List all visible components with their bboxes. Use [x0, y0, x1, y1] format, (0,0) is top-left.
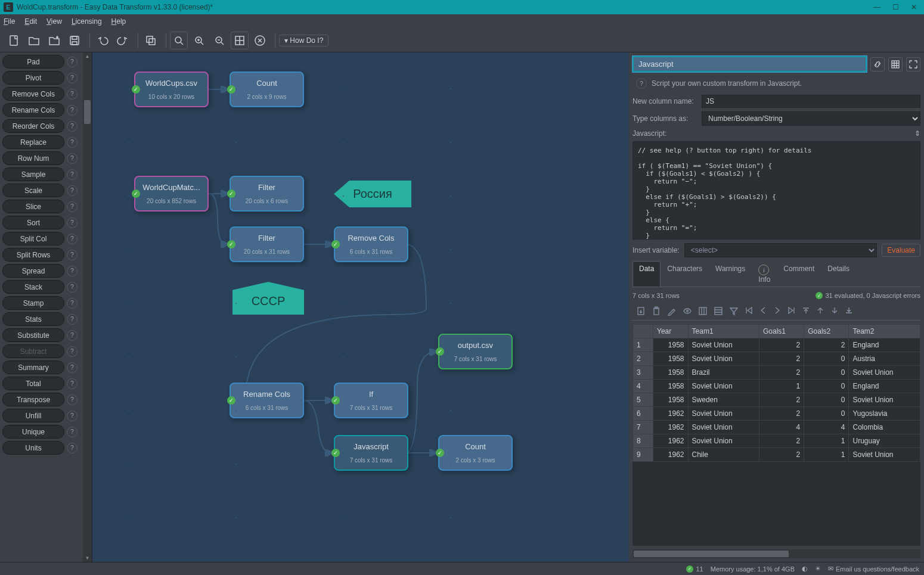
help-icon[interactable]: ?	[67, 378, 77, 389]
save-button[interactable]	[66, 32, 83, 49]
grid-button[interactable]	[231, 32, 249, 49]
zoom-in-button[interactable]	[190, 32, 208, 49]
help-icon[interactable]: ?	[67, 121, 77, 132]
table-row[interactable]: 31958Brazil20Soviet Union	[633, 366, 920, 380]
help-icon[interactable]: ?	[67, 234, 77, 244]
node-if[interactable]: ✓ If 7 cols x 31 rows	[334, 383, 408, 418]
table-row[interactable]: 11958Soviet Union22England	[633, 338, 920, 352]
transform-replace[interactable]: Replace	[2, 135, 64, 149]
transform-summary[interactable]: Summary	[2, 360, 64, 374]
node-matches[interactable]: ✓ WorldCupMatc... 20 cols x 852 rows	[134, 176, 209, 212]
transform-remove-cols[interactable]: Remove Cols	[2, 87, 64, 101]
transform-split-col[interactable]: Split Col	[2, 232, 64, 245]
transform-sample[interactable]: Sample	[2, 167, 64, 181]
help-icon[interactable]: ?	[67, 346, 77, 357]
help-icon[interactable]: ?	[67, 185, 77, 196]
transform-slice[interactable]: Slice	[2, 200, 64, 213]
transform-pad[interactable]: Pad	[2, 55, 64, 69]
resize-icon[interactable]: ⇕	[914, 129, 920, 138]
transform-stats[interactable]: Stats	[2, 312, 64, 326]
transform-pivot[interactable]: Pivot	[2, 71, 64, 85]
first-icon[interactable]	[745, 306, 753, 318]
help-icon[interactable]: ?	[67, 250, 77, 260]
note-russia[interactable]: Россия	[334, 181, 411, 207]
help-icon[interactable]: ?	[67, 153, 77, 164]
left-scrollbar[interactable]: ▲ ▼	[83, 52, 92, 562]
help-icon[interactable]: ?	[67, 105, 77, 116]
help-icon[interactable]: ?	[67, 298, 77, 309]
transform-reorder-cols[interactable]: Reorder Cols	[2, 119, 64, 133]
typecols-select[interactable]: Number/Boolean/String	[702, 111, 920, 126]
zoom-fit-button[interactable]	[170, 32, 188, 49]
help-icon[interactable]: ?	[67, 89, 77, 100]
theme-icon[interactable]: ◐	[802, 565, 808, 573]
tab-characters[interactable]: Characters	[661, 261, 709, 287]
node-count1[interactable]: ✓ Count 2 cols x 9 rows	[230, 72, 304, 107]
transform-stamp[interactable]: Stamp	[2, 296, 64, 310]
copy-button[interactable]	[142, 32, 160, 49]
transform-row-num[interactable]: Row Num	[2, 151, 64, 165]
tab-info[interactable]: i Info	[752, 261, 777, 287]
zoom-out-button[interactable]	[210, 32, 228, 49]
tab-warnings[interactable]: Warnings	[709, 261, 752, 287]
transform-total[interactable]: Total	[2, 377, 64, 390]
col-header[interactable]: Team1	[688, 325, 759, 338]
new-file-button[interactable]	[5, 32, 23, 49]
menu-licensing[interactable]: Licensing	[72, 17, 102, 26]
node-removecols[interactable]: ✓ Remove Cols 6 cols x 31 rows	[334, 226, 408, 262]
data-table[interactable]: YearTeam1Goals1Goals2Team211958Soviet Un…	[632, 324, 920, 546]
col-header[interactable]: Goals2	[804, 325, 849, 338]
help-icon[interactable]: ?	[67, 330, 77, 341]
help-icon[interactable]: ?	[67, 217, 77, 228]
transform-unfill[interactable]: Unfill	[2, 409, 64, 422]
help-icon[interactable]: ?	[67, 137, 77, 148]
transform-substitute[interactable]: Substitute	[2, 328, 64, 342]
evaluate-button[interactable]: Evaluate	[882, 244, 920, 257]
transform-stack[interactable]: Stack	[2, 280, 64, 294]
help-icon[interactable]: ?	[67, 201, 77, 212]
table-row[interactable]: 71962Soviet Union44Colombia	[633, 421, 920, 434]
newcol-input[interactable]	[702, 95, 920, 108]
node-renamecols[interactable]: ✓ Rename Cols 6 cols x 31 rows	[230, 383, 304, 418]
link-icon[interactable]	[870, 57, 885, 72]
help-icon[interactable]: ?	[67, 394, 77, 405]
insert-select[interactable]: <select>	[684, 243, 878, 257]
menu-view[interactable]: View	[46, 17, 62, 26]
tab-details[interactable]: Details	[821, 261, 856, 287]
tab-data[interactable]: Data	[632, 261, 661, 287]
col-header[interactable]: Goals1	[759, 325, 804, 338]
help-icon[interactable]: ?	[67, 282, 77, 293]
menu-edit[interactable]: Edit	[24, 17, 37, 26]
transform-transpose[interactable]: Transpose	[2, 393, 64, 406]
help-icon[interactable]: ?	[67, 427, 77, 437]
help-icon[interactable]: ?	[67, 314, 77, 325]
redo-button[interactable]	[114, 32, 132, 49]
canvas[interactable]: ✓ WorldCups.csv 10 cols x 20 rows ✓ Coun…	[92, 52, 629, 562]
col-header[interactable]: Year	[653, 325, 689, 338]
transform-scale[interactable]: Scale	[2, 184, 64, 197]
transform-spread[interactable]: Spread	[2, 264, 64, 278]
feedback-link[interactable]: ✉ Email us questions/feedback	[828, 565, 919, 573]
grid-icon[interactable]	[888, 57, 903, 72]
transform-units[interactable]: Units	[2, 441, 64, 455]
tab-comment[interactable]: Comment	[777, 261, 821, 287]
export-icon[interactable]	[636, 306, 646, 318]
table-row[interactable]: 81962Soviet Union21Uruguay	[633, 434, 920, 448]
rows-icon[interactable]	[714, 306, 723, 318]
help-icon[interactable]: ?	[67, 411, 77, 421]
table-row[interactable]: 41958Soviet Union10England	[633, 380, 920, 393]
data-hscrollbar[interactable]	[632, 549, 920, 558]
cancel-button[interactable]	[251, 32, 269, 49]
help-icon[interactable]: ?	[67, 362, 77, 373]
transform-unique[interactable]: Unique	[2, 425, 64, 439]
help-icon[interactable]: ?	[67, 266, 77, 276]
note-cccp[interactable]: СССР	[232, 282, 304, 315]
open-folder-button[interactable]	[25, 32, 43, 49]
table-row[interactable]: 21958Soviet Union20Austria	[633, 352, 920, 366]
help-icon[interactable]: ?	[67, 57, 77, 67]
cols-icon[interactable]	[698, 306, 708, 318]
help-icon[interactable]: ?	[67, 169, 77, 180]
undo-button[interactable]	[94, 32, 111, 49]
node-output[interactable]: ✓ output.csv 7 cols x 31 rows	[438, 334, 513, 369]
clipboard-icon[interactable]	[652, 306, 661, 318]
